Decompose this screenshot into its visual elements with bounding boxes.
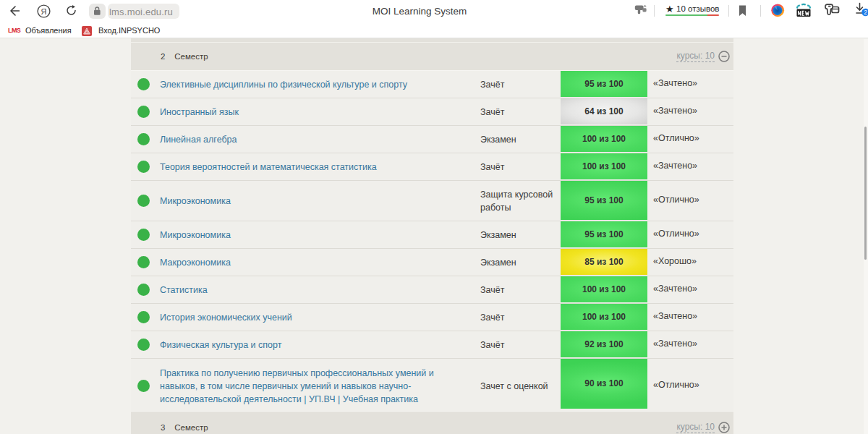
svg-text:2: 2 — [864, 9, 867, 16]
